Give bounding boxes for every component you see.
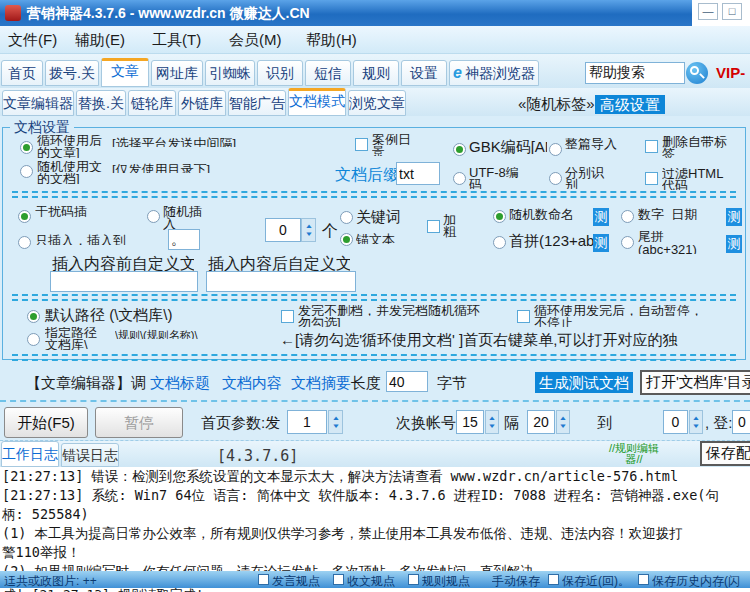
- test-button-2[interactable]: 测: [593, 234, 609, 252]
- subtab-extlink[interactable]: 外链库: [178, 90, 226, 116]
- footer-checkbox-3[interactable]: [408, 574, 419, 585]
- insert-after-input[interactable]: [206, 271, 356, 292]
- subtab-docmode[interactable]: 文档模式: [288, 88, 346, 116]
- radio-name-tail[interactable]: [621, 236, 634, 249]
- footer-checkbox-5[interactable]: [638, 574, 649, 585]
- page-param-input[interactable]: [287, 410, 327, 434]
- checkbox-auto-pause[interactable]: [517, 310, 530, 323]
- generate-test-doc-button[interactable]: 生成测试文档: [535, 372, 633, 393]
- tab-ocr[interactable]: 识别: [257, 60, 303, 86]
- radio-name-random[interactable]: [493, 210, 506, 223]
- length-input[interactable]: [386, 371, 428, 392]
- checkbox-auto-pause-label: 循环使用发完后，自动暂停，: [534, 305, 724, 316]
- subtab-editor[interactable]: 文章编辑器: [2, 90, 74, 116]
- open-doc-library-button[interactable]: 打开'文档库'目录: [640, 370, 750, 395]
- footer-checkbox-2[interactable]: [333, 574, 344, 585]
- link-doc-content[interactable]: 文档内容: [222, 374, 282, 393]
- advanced-settings-button[interactable]: 高级设置: [595, 95, 665, 114]
- radio-utf8-label: UTF-8编码: [469, 167, 525, 189]
- suffix-input[interactable]: [396, 162, 440, 185]
- menu-file[interactable]: 文件(F): [8, 26, 57, 54]
- link-doc-summary[interactable]: 文档摘要: [291, 374, 351, 393]
- account-input[interactable]: [456, 410, 484, 434]
- test-button-4[interactable]: 测: [726, 235, 742, 253]
- tab-browser[interactable]: e神器浏览器: [449, 60, 539, 86]
- checkbox-bold[interactable]: [427, 220, 440, 233]
- radio-use-delete[interactable]: [20, 141, 33, 154]
- tab-dial[interactable]: 拨号.关: [45, 60, 99, 86]
- subtab-chainlib[interactable]: 链轮库: [128, 90, 176, 116]
- search-input[interactable]: [586, 63, 684, 83]
- checkbox-keep-files[interactable]: [281, 310, 294, 323]
- radio-jam-random[interactable]: [147, 210, 160, 223]
- rule-editor-note[interactable]: //规则编辑: [588, 443, 680, 454]
- page-param-spinner[interactable]: ▲▼: [328, 410, 343, 434]
- footer-checkbox-4[interactable]: [548, 574, 559, 585]
- tab-spider[interactable]: 引蜘蛛: [205, 60, 255, 86]
- jam-count-spinner[interactable]: ▲▼: [301, 218, 316, 242]
- rule-editor-note2[interactable]: 器//: [588, 454, 680, 465]
- radio-path-default[interactable]: [27, 310, 40, 323]
- jam-char-input[interactable]: [168, 229, 200, 250]
- interval-spinner[interactable]: ▲▼: [556, 410, 570, 434]
- radio-path-custom-label2: 文档库\: [45, 339, 107, 350]
- menu-assist[interactable]: 辅助(E): [75, 26, 125, 54]
- radio-gbk[interactable]: [453, 143, 466, 156]
- checkbox-case-label: 案例日: [372, 134, 414, 145]
- save-config-button[interactable]: 保存配置: [700, 441, 750, 466]
- tab-article[interactable]: 文章: [101, 58, 149, 87]
- menu-help[interactable]: 帮助(H): [306, 26, 357, 54]
- menu-member[interactable]: 会员(M): [229, 26, 282, 54]
- use-random-note: [仅发使用目录下]: [112, 161, 240, 173]
- radio-name-date[interactable]: [621, 210, 634, 223]
- subtab-browse[interactable]: 浏览文章: [348, 90, 406, 116]
- path-custom-note: \规则\(规则名称)\: [115, 328, 265, 339]
- ie-icon: e: [453, 64, 462, 81]
- checkbox-bold-label: 加粗: [443, 214, 457, 239]
- footer-prefix: 迋共或政图片: ++: [4, 573, 154, 588]
- subtab-smartad[interactable]: 智能广告: [228, 90, 286, 116]
- tab-urllib[interactable]: 网址库: [151, 60, 203, 86]
- footer-checkbox-1[interactable]: [258, 574, 269, 585]
- radio-name-pinyin[interactable]: [493, 236, 506, 249]
- radio-use-random[interactable]: [20, 165, 33, 178]
- checkbox-filter-html[interactable]: [645, 172, 658, 185]
- to-input[interactable]: [663, 410, 688, 434]
- subtab-replace[interactable]: 替换.关: [76, 90, 126, 116]
- radio-keyword[interactable]: [340, 211, 353, 224]
- pause-button[interactable]: 暂停: [95, 407, 183, 438]
- to-spinner[interactable]: ▲▼: [689, 410, 703, 434]
- interval-input[interactable]: [527, 410, 555, 434]
- radio-path-custom[interactable]: [27, 333, 40, 346]
- footer-check-label-1: 发言规点: [272, 573, 320, 588]
- maximize-button[interactable]: □: [722, 3, 742, 20]
- start-button[interactable]: 开始(F5): [4, 407, 88, 438]
- account-spinner[interactable]: ▲▼: [485, 410, 499, 434]
- minimize-button[interactable]: —: [698, 3, 718, 20]
- tab-home[interactable]: 首页: [1, 60, 43, 86]
- jam-count-input[interactable]: [265, 218, 301, 242]
- test-button-1[interactable]: 测: [593, 208, 609, 226]
- search-box: [585, 62, 685, 84]
- radio-utf8[interactable]: [453, 172, 466, 185]
- radio-jam-none[interactable]: [18, 210, 31, 223]
- checkbox-case[interactable]: [355, 138, 368, 151]
- tab-settings[interactable]: 设置: [401, 60, 447, 86]
- search-button[interactable]: [686, 62, 708, 84]
- tab-error-log[interactable]: 错误日志: [61, 443, 119, 467]
- radio-import-whole[interactable]: [549, 143, 562, 156]
- vip-label[interactable]: VIP-: [716, 64, 745, 81]
- link-doc-title[interactable]: 文档标题: [150, 374, 210, 393]
- interval-label: 隔: [504, 414, 519, 433]
- menu-tools[interactable]: 工具(T): [152, 26, 201, 54]
- tab-rules[interactable]: 规则: [353, 60, 399, 86]
- login-input[interactable]: [732, 410, 750, 434]
- radio-jam-only[interactable]: [18, 236, 31, 249]
- insert-before-input[interactable]: [50, 271, 198, 292]
- radio-import-split[interactable]: [549, 172, 562, 185]
- radio-anchor[interactable]: [340, 233, 353, 246]
- test-button-3[interactable]: 测: [726, 208, 742, 226]
- tab-work-log[interactable]: 工作日志: [1, 441, 59, 467]
- checkbox-del-title[interactable]: [645, 140, 658, 153]
- tab-sms[interactable]: 短信: [305, 60, 351, 86]
